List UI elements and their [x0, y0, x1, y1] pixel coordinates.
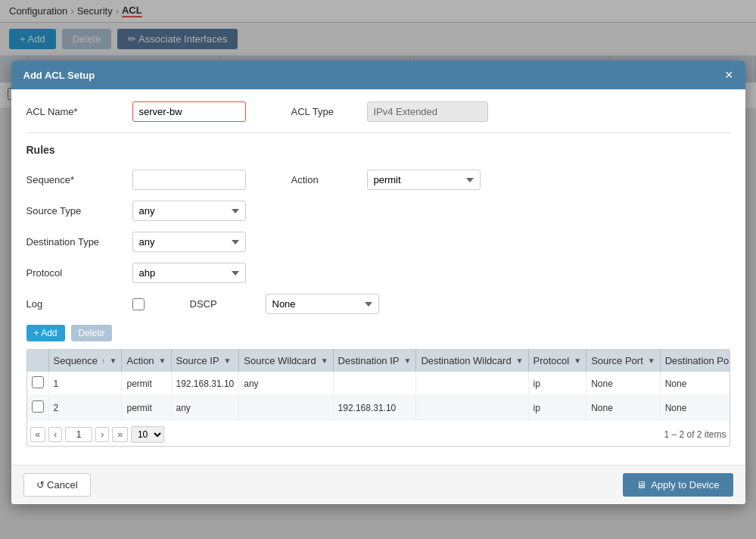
- inner-row1-source-ip: 192.168.31.10: [171, 372, 239, 396]
- protocol-row: Protocol ahp ip tcp udp icmp: [26, 263, 730, 283]
- last-page-button[interactable]: »: [112, 427, 128, 442]
- th-dest-wc: Destination Wildcard ▼: [416, 350, 528, 372]
- destination-type-select[interactable]: any host network: [132, 232, 246, 252]
- log-checkbox[interactable]: [132, 298, 145, 310]
- inner-row1-dest-ip: [333, 372, 416, 396]
- page-info: 1 – 2 of 2 items: [664, 429, 726, 440]
- th-source-wc: Source Wildcard ▼: [239, 350, 333, 372]
- next-page-button[interactable]: ›: [95, 427, 109, 442]
- inner-row1-source-port: None: [586, 372, 661, 396]
- inner-row2-dest-ip: 192.168.31.10: [333, 396, 416, 420]
- th-sequence: Sequence ↑ ▼: [48, 350, 122, 372]
- modal-footer: ↺ Cancel 🖥 Apply to Device: [11, 465, 745, 504]
- inner-row2-seq: 2: [48, 396, 122, 420]
- modal-overlay: Add ACL Setup × ACL Name* ACL Type Rules…: [0, 0, 756, 539]
- acl-name-label: ACL Name*: [26, 106, 117, 117]
- source-ip-filter-icon[interactable]: ▼: [224, 357, 232, 365]
- inner-row1-seq: 1: [48, 372, 122, 396]
- sequence-row: Sequence* Action permit deny: [26, 170, 730, 190]
- rules-header: Rules: [26, 144, 730, 160]
- th-protocol: Protocol ▼: [528, 350, 586, 372]
- th-source-ip: Source IP ▼: [171, 350, 239, 372]
- first-page-button[interactable]: «: [30, 427, 46, 442]
- inner-row2-source-port: None: [586, 396, 661, 420]
- inner-row1-source-wc: any: [239, 372, 333, 396]
- modal-body: ACL Name* ACL Type Rules Sequence* Actio…: [11, 89, 745, 459]
- rule-actions: + Add Delete: [26, 325, 730, 341]
- inner-row1-dest-wc: [416, 372, 528, 396]
- th-dest-port: Destination Port ▼: [660, 350, 730, 372]
- source-port-filter-icon[interactable]: ▼: [648, 357, 655, 365]
- source-wc-filter-icon[interactable]: ▼: [321, 357, 328, 365]
- page-number-input[interactable]: [65, 427, 92, 442]
- sequence-sort-icon[interactable]: ↑: [101, 357, 105, 365]
- inner-row2-source-ip: any: [171, 396, 239, 420]
- source-type-select[interactable]: any host network: [132, 201, 246, 221]
- dest-wc-filter-icon[interactable]: ▼: [516, 357, 524, 365]
- th-dest-ip: Destination IP ▼: [333, 350, 416, 372]
- page-size-select[interactable]: 10 25 50: [131, 426, 164, 443]
- inner-row2-source-wc: [239, 396, 333, 420]
- page-navigation: « ‹ › » 10 25 50: [30, 426, 164, 443]
- th-action: Action ▼: [122, 350, 171, 372]
- apply-to-device-button[interactable]: 🖥 Apply to Device: [623, 473, 733, 497]
- acl-name-row: ACL Name* ACL Type: [26, 101, 730, 122]
- source-type-row: Source Type any host network: [26, 201, 730, 221]
- inner-row1-dest-port: None: [660, 372, 730, 396]
- sequence-label: Sequence*: [26, 174, 117, 185]
- inner-row2-checkbox[interactable]: [32, 400, 44, 413]
- protocol-filter-icon[interactable]: ▼: [574, 357, 581, 365]
- acl-type-display: [367, 101, 488, 122]
- log-dscp-row: Log DSCP None af11 af12 cs1: [26, 294, 730, 314]
- modal-header: Add ACL Setup ×: [11, 61, 745, 89]
- inner-table-wrap: Sequence ↑ ▼ Action ▼: [26, 349, 730, 447]
- destination-type-row: Destination Type any host network: [26, 232, 730, 252]
- acl-type-label: ACL Type: [291, 106, 352, 117]
- add-rule-button[interactable]: + Add: [26, 325, 65, 341]
- inner-row1-checkbox[interactable]: [32, 376, 44, 388]
- inner-row2-action: permit: [122, 396, 171, 420]
- sequence-input[interactable]: [132, 170, 246, 190]
- cancel-button[interactable]: ↺ Cancel: [23, 473, 91, 497]
- action-filter-icon[interactable]: ▼: [159, 357, 166, 365]
- protocol-select[interactable]: ahp ip tcp udp icmp: [132, 263, 246, 283]
- dscp-select[interactable]: None af11 af12 cs1: [266, 294, 379, 314]
- apply-icon: 🖥: [636, 479, 646, 491]
- delete-rule-button[interactable]: Delete: [71, 325, 113, 341]
- inner-table: Sequence ↑ ▼ Action ▼: [27, 350, 730, 420]
- log-label: Log: [26, 298, 117, 310]
- modal: Add ACL Setup × ACL Name* ACL Type Rules…: [11, 61, 745, 504]
- prev-page-button[interactable]: ‹: [48, 427, 62, 442]
- action-label: Action: [291, 174, 352, 185]
- destination-type-label: Destination Type: [26, 236, 117, 248]
- source-type-label: Source Type: [26, 205, 117, 217]
- protocol-label: Protocol: [26, 267, 117, 279]
- dscp-label: DSCP: [190, 298, 250, 310]
- acl-name-input[interactable]: [132, 101, 246, 122]
- table-row: 1 permit 192.168.31.10 any ip None None …: [27, 372, 730, 396]
- th-source-port: Source Port ▼: [586, 350, 661, 372]
- modal-title: Add ACL Setup: [23, 70, 95, 81]
- inner-row1-protocol: ip: [528, 372, 586, 396]
- modal-close-button[interactable]: ×: [725, 68, 733, 82]
- th-inner-checkbox: [27, 350, 49, 372]
- inner-row2-dest-port: None: [660, 396, 730, 420]
- dest-ip-filter-icon[interactable]: ▼: [403, 357, 411, 365]
- pagination: « ‹ › » 10 25 50 1 – 2 of 2 items: [27, 420, 730, 446]
- sequence-filter-icon[interactable]: ▼: [110, 357, 117, 365]
- inner-row2-protocol: ip: [528, 396, 586, 420]
- inner-row2-dest-wc: [416, 396, 528, 420]
- action-select[interactable]: permit deny: [367, 170, 481, 190]
- inner-row1-action: permit: [122, 372, 171, 396]
- table-row: 2 permit any 192.168.31.10 ip None None …: [27, 396, 730, 420]
